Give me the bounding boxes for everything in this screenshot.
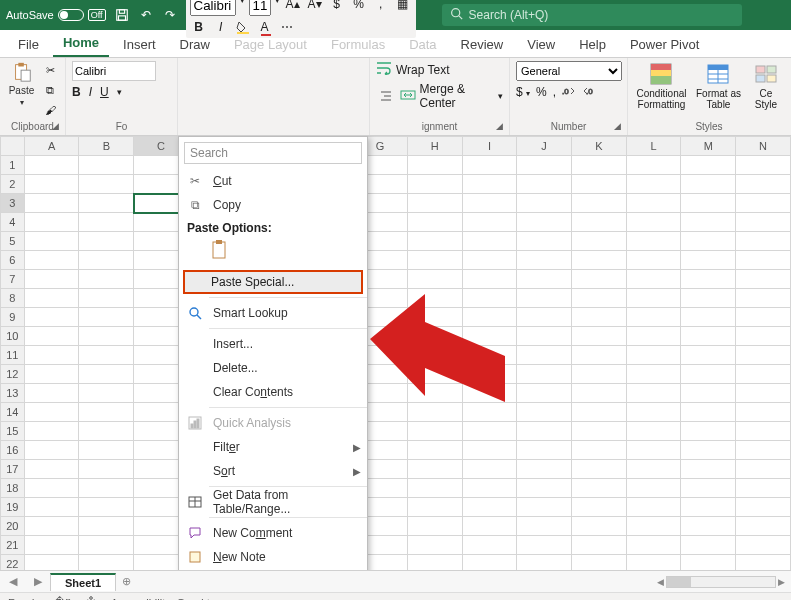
row-header[interactable]: 15: [1, 422, 25, 441]
cell[interactable]: [681, 346, 736, 365]
cell[interactable]: [24, 251, 79, 270]
column-header[interactable]: H: [407, 137, 462, 156]
undo-icon[interactable]: ↶: [138, 7, 154, 23]
cell[interactable]: [462, 156, 517, 175]
ctx-sort[interactable]: Sort▶: [179, 459, 367, 483]
tab-view[interactable]: View: [517, 32, 565, 57]
cell[interactable]: [681, 270, 736, 289]
cell[interactable]: [462, 213, 517, 232]
ctx-clear-contents[interactable]: Clear Contents: [179, 380, 367, 404]
merge-center-icon[interactable]: [400, 88, 416, 105]
cell[interactable]: [79, 403, 134, 422]
cell[interactable]: [626, 384, 681, 403]
cell[interactable]: [571, 479, 626, 498]
cell[interactable]: [571, 232, 626, 251]
cell[interactable]: [626, 156, 681, 175]
row-header[interactable]: 11: [1, 346, 25, 365]
cell[interactable]: [407, 213, 462, 232]
cell[interactable]: [681, 517, 736, 536]
cell[interactable]: [626, 251, 681, 270]
cell[interactable]: [736, 422, 791, 441]
sheet-tab-active[interactable]: Sheet1: [50, 573, 116, 591]
cell[interactable]: [79, 213, 134, 232]
cell[interactable]: [681, 536, 736, 555]
cell[interactable]: [626, 365, 681, 384]
cell[interactable]: [626, 308, 681, 327]
cell[interactable]: [407, 232, 462, 251]
tab-formulas[interactable]: Formulas: [321, 32, 395, 57]
ctx-filter[interactable]: Filter▶: [179, 435, 367, 459]
row-header[interactable]: 14: [1, 403, 25, 422]
cell[interactable]: [79, 422, 134, 441]
cell[interactable]: [736, 232, 791, 251]
row-header[interactable]: 8: [1, 289, 25, 308]
cell[interactable]: [462, 498, 517, 517]
cell[interactable]: [517, 232, 572, 251]
cell[interactable]: [736, 479, 791, 498]
cell[interactable]: [571, 517, 626, 536]
cell[interactable]: [462, 175, 517, 194]
cell[interactable]: [79, 175, 134, 194]
cell[interactable]: [681, 403, 736, 422]
cell[interactable]: [681, 156, 736, 175]
ctx-insert[interactable]: Insert...: [179, 332, 367, 356]
cell[interactable]: [407, 194, 462, 213]
cell[interactable]: [462, 517, 517, 536]
cell[interactable]: [626, 498, 681, 517]
cell[interactable]: [462, 555, 517, 571]
row-header[interactable]: 5: [1, 232, 25, 251]
ctx-paste-default[interactable]: [179, 237, 367, 268]
cell[interactable]: [517, 517, 572, 536]
comma-format-icon[interactable]: ,: [553, 85, 556, 100]
tab-help[interactable]: Help: [569, 32, 616, 57]
tab-insert[interactable]: Insert: [113, 32, 166, 57]
cell[interactable]: [681, 289, 736, 308]
cell[interactable]: [571, 441, 626, 460]
cell[interactable]: [407, 156, 462, 175]
cell[interactable]: [626, 460, 681, 479]
cell[interactable]: [736, 441, 791, 460]
cell[interactable]: [681, 384, 736, 403]
row-header[interactable]: 17: [1, 460, 25, 479]
cell[interactable]: [24, 346, 79, 365]
column-header[interactable]: K: [571, 137, 626, 156]
cell[interactable]: [462, 232, 517, 251]
row-header[interactable]: 4: [1, 213, 25, 232]
cell[interactable]: [571, 175, 626, 194]
decrease-font-icon[interactable]: A▾: [306, 0, 324, 13]
cell[interactable]: [407, 384, 462, 403]
cell[interactable]: [407, 270, 462, 289]
cell[interactable]: [626, 232, 681, 251]
align-right-icon[interactable]: [376, 86, 396, 106]
sheet-nav-next-icon[interactable]: ▶: [34, 575, 42, 588]
cell[interactable]: [24, 289, 79, 308]
tab-file[interactable]: File: [8, 32, 49, 57]
cell[interactable]: [79, 384, 134, 403]
cell[interactable]: [24, 175, 79, 194]
cell[interactable]: [407, 441, 462, 460]
cell[interactable]: [407, 536, 462, 555]
ctx-paste-special[interactable]: Paste Special...: [183, 270, 363, 294]
cell[interactable]: [79, 308, 134, 327]
row-header[interactable]: 22: [1, 555, 25, 571]
cell[interactable]: [571, 384, 626, 403]
cell[interactable]: [517, 289, 572, 308]
cell[interactable]: [626, 327, 681, 346]
cell[interactable]: [736, 175, 791, 194]
cell[interactable]: [517, 384, 572, 403]
ctx-copy[interactable]: ⧉ Copy: [179, 193, 367, 217]
merge-center-label[interactable]: Merge & Center: [420, 82, 494, 110]
cell[interactable]: [79, 289, 134, 308]
cell[interactable]: [24, 460, 79, 479]
cell[interactable]: [462, 460, 517, 479]
row-header[interactable]: 18: [1, 479, 25, 498]
cell[interactable]: [736, 460, 791, 479]
borders-icon[interactable]: ▦: [394, 0, 412, 13]
cell[interactable]: [462, 403, 517, 422]
ctx-get-data[interactable]: Get Data from Table/Range...: [179, 490, 367, 514]
cell[interactable]: [517, 403, 572, 422]
search-box[interactable]: Search (Alt+Q): [442, 4, 742, 26]
cell[interactable]: [462, 365, 517, 384]
cell[interactable]: [24, 232, 79, 251]
cell[interactable]: [517, 422, 572, 441]
